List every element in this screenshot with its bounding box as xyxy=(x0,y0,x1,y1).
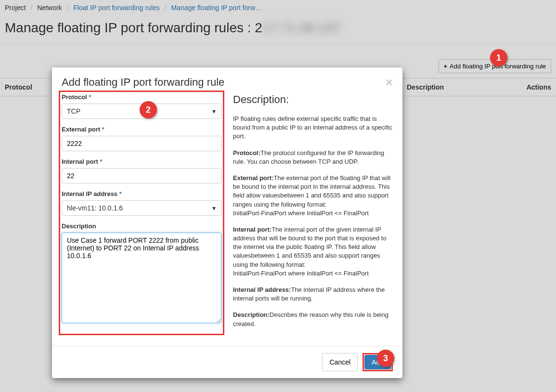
form-column: Protocol * TCP ▾ External port * Interna… xyxy=(62,93,221,336)
internal-ip-select[interactable]: hle-vm11: 10.0.1.6 xyxy=(62,200,221,216)
external-port-label: External port * xyxy=(62,126,221,133)
help-internal-port: Internal port:The internal port of the g… xyxy=(233,225,393,278)
annotation-callout-3: 3 xyxy=(377,350,394,367)
modal-header: Add floating IP port forwarding rule × xyxy=(52,67,402,93)
internal-ip-label: Internal IP address * xyxy=(62,190,221,197)
help-protocol: Protocol:The protocol configured for the… xyxy=(233,149,393,166)
cancel-button[interactable]: Cancel xyxy=(322,353,358,371)
modal-title: Add floating IP port forwarding rule xyxy=(62,76,224,89)
annotation-callout-2: 2 xyxy=(140,101,157,118)
internal-port-input[interactable] xyxy=(62,168,221,183)
close-icon[interactable]: × xyxy=(386,76,393,89)
annotation-callout-1: 1 xyxy=(490,49,507,66)
add-rule-modal: Add floating IP port forwarding rule × P… xyxy=(52,67,402,378)
protocol-label: Protocol * xyxy=(62,93,221,101)
description-textarea[interactable]: Use Case 1 forward PORT 2222 from public… xyxy=(62,233,221,323)
description-label: Description xyxy=(62,222,221,230)
internal-port-label: Internal port * xyxy=(62,158,221,165)
help-external-port: External port:The external port of the f… xyxy=(233,174,393,218)
help-heading: Description: xyxy=(233,93,393,106)
help-column: Description: IP floating rules define ex… xyxy=(233,93,393,336)
help-description: Description:Describes the reason why thi… xyxy=(233,311,393,328)
modal-footer: Cancel Add xyxy=(52,346,402,378)
external-port-input[interactable] xyxy=(62,136,221,151)
help-intro: IP floating rules define external specif… xyxy=(233,115,393,141)
help-internal-ip: Internal IP address:The internal IP addr… xyxy=(233,286,393,303)
